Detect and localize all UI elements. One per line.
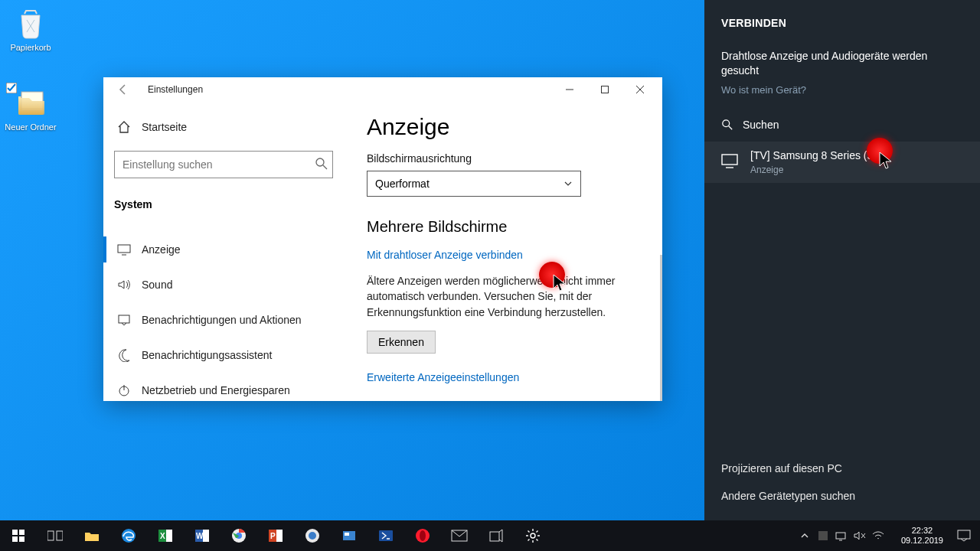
svg-point-40 — [420, 530, 426, 541]
device-row[interactable]: [TV] Samsung 8 Series (55) Anzeige — [704, 142, 980, 183]
taskbar-app-generic3[interactable] — [478, 520, 514, 551]
close-button[interactable] — [622, 78, 658, 101]
svg-line-13 — [729, 126, 732, 129]
tray-network-icon[interactable] — [832, 520, 851, 551]
taskbar-app-excel[interactable]: X — [147, 520, 184, 551]
taskbar-app-powershell[interactable] — [368, 520, 404, 551]
taskbar-app-powerpoint[interactable]: P — [257, 520, 294, 551]
taskbar-app-generic2[interactable] — [331, 520, 368, 551]
taskbar-app-word[interactable]: W — [184, 520, 220, 551]
back-button[interactable] — [114, 80, 132, 99]
tray-wifi-icon[interactable] — [869, 520, 887, 551]
cursor-icon — [553, 274, 568, 292]
sidebar-item-label: Benachrichtigungen und Aktionen — [142, 314, 302, 326]
clock-date: 09.12.2019 — [901, 536, 943, 546]
connect-panel-title: VERBINDEN — [721, 17, 963, 29]
sidebar-item-focus-assist[interactable]: Benachrichtigungsassistent — [114, 337, 336, 373]
taskbar-app-mail[interactable] — [441, 520, 478, 551]
task-view-button[interactable] — [37, 520, 74, 551]
taskbar: X W P 22:32 09.12.2019 — [0, 520, 980, 551]
start-button[interactable] — [0, 520, 37, 551]
chevron-down-icon — [564, 179, 573, 188]
tray-app-icon[interactable] — [814, 520, 832, 551]
svg-rect-14 — [722, 155, 737, 165]
sidebar-item-label: Benachrichtigungsassistent — [142, 349, 272, 361]
svg-line-6 — [323, 165, 327, 169]
sidebar-item-label: Sound — [142, 279, 172, 291]
settings-content: Anzeige Bildschirmausrichtung Querformat… — [347, 102, 662, 401]
connect-panel: VERBINDEN Drahtlose Anzeige und Audioger… — [704, 0, 980, 520]
recycle-bin-icon — [14, 6, 47, 40]
orientation-dropdown[interactable]: Querformat — [367, 171, 581, 197]
settings-window: Einstellungen Startseite System Anzeige — [103, 77, 662, 401]
sidebar-item-display[interactable]: Anzeige — [114, 232, 336, 267]
svg-rect-9 — [119, 315, 129, 323]
svg-rect-19 — [19, 536, 24, 542]
tv-icon — [721, 152, 738, 169]
folder-icon — [14, 86, 47, 119]
sidebar-item-label: Anzeige — [142, 243, 181, 256]
search-icon — [721, 119, 733, 131]
taskbar-app-explorer[interactable] — [74, 520, 110, 551]
sidebar-home[interactable]: Startseite — [114, 114, 336, 140]
settings-search-input[interactable] — [114, 151, 333, 178]
connect-search[interactable]: Suchen — [743, 119, 779, 131]
svg-text:W: W — [196, 532, 204, 540]
svg-rect-47 — [958, 530, 970, 539]
desktop-icon-label: Neuer Ordner — [3, 122, 58, 132]
sidebar-item-notifications[interactable]: Benachrichtigungen und Aktionen — [114, 302, 336, 337]
desktop-icon-new-folder[interactable]: Neuer Ordner — [3, 86, 58, 132]
home-icon — [117, 120, 131, 134]
tray-chevron-up-icon[interactable] — [795, 520, 814, 551]
taskbar-app-generic1[interactable] — [294, 520, 331, 551]
sidebar-item-power[interactable]: Netzbetrieb und Energiesparen — [114, 373, 336, 401]
taskbar-clock[interactable]: 22:32 09.12.2019 — [893, 526, 951, 545]
svg-rect-17 — [19, 530, 24, 535]
device-name: [TV] Samsung 8 Series (55) — [750, 149, 883, 161]
settings-sidebar: Startseite System Anzeige Sound Benachri — [103, 102, 347, 401]
tray-language-icon[interactable] — [887, 520, 893, 551]
cursor-icon — [879, 152, 894, 170]
device-type: Anzeige — [750, 165, 883, 175]
tray-volume-muted-icon[interactable] — [851, 520, 869, 551]
svg-rect-7 — [118, 245, 130, 253]
notifications-icon — [117, 313, 131, 327]
taskbar-app-opera[interactable] — [404, 520, 441, 551]
minimize-button[interactable] — [552, 78, 587, 101]
desktop-icon-recycle-bin[interactable]: Papierkorb — [3, 6, 58, 52]
svg-rect-4 — [602, 86, 609, 93]
scrollbar[interactable] — [660, 255, 662, 401]
settings-search-wrap — [114, 151, 336, 178]
where-is-my-device-link[interactable]: Wo ist mein Gerät? — [721, 84, 963, 96]
taskbar-app-settings[interactable] — [514, 520, 551, 551]
window-title: Einstellungen — [148, 84, 552, 95]
svg-rect-20 — [47, 531, 54, 540]
search-other-device-types-link[interactable]: Andere Gerätetypen suchen — [721, 482, 963, 510]
project-to-pc-link[interactable]: Projizieren auf diesen PC — [721, 455, 963, 482]
svg-point-5 — [316, 158, 324, 166]
svg-text:X: X — [160, 532, 165, 540]
maximize-button[interactable] — [587, 78, 622, 101]
svg-rect-21 — [57, 531, 63, 540]
svg-rect-45 — [836, 533, 845, 539]
dropdown-value: Querformat — [375, 178, 430, 190]
page-title: Anzeige — [367, 114, 642, 140]
display-icon — [117, 243, 131, 256]
svg-rect-37 — [345, 533, 349, 536]
advanced-display-link[interactable]: Erweiterte Anzeigeeinstellungen — [367, 371, 519, 383]
info-text: Ältere Anzeigen werden möglicherweise ni… — [367, 273, 642, 320]
taskbar-app-chrome[interactable] — [220, 520, 257, 551]
action-center-button[interactable] — [951, 520, 977, 551]
svg-text:P: P — [270, 532, 276, 540]
sound-icon — [117, 278, 131, 292]
orientation-label: Bildschirmausrichtung — [367, 152, 642, 165]
sidebar-category: System — [114, 194, 336, 215]
sidebar-item-label: Netzbetrieb und Energiesparen — [142, 384, 290, 396]
section-heading: Mehrere Bildschirme — [367, 218, 642, 236]
window-titlebar: Einstellungen — [103, 77, 662, 102]
checkbox-checked-icon — [6, 83, 17, 93]
connect-wireless-link[interactable]: Mit drahtloser Anzeige verbinden — [367, 249, 523, 261]
taskbar-app-edge[interactable] — [110, 520, 147, 551]
detect-button[interactable]: Erkennen — [367, 331, 436, 354]
sidebar-item-sound[interactable]: Sound — [114, 267, 336, 302]
